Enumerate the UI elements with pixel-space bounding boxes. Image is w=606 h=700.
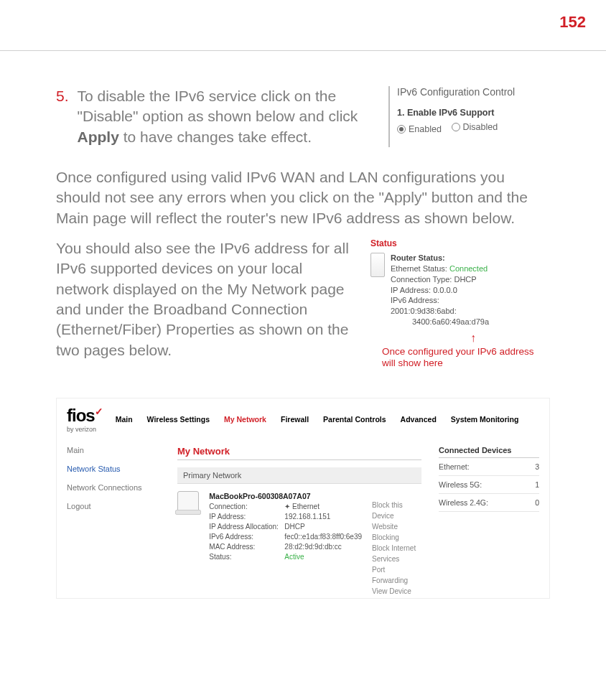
ipv6-config-panel: IPv6 Configuration Control 1. Enable IPv… <box>388 86 550 147</box>
router-icon <box>370 253 385 277</box>
radio-dot-icon <box>397 125 406 134</box>
sidebar-main[interactable]: Main <box>67 446 160 454</box>
step-text-before: To disable the IPv6 service click on the… <box>78 88 358 124</box>
nav-advanced[interactable]: Advanced <box>401 415 437 424</box>
device-links: Block this Device Website Blocking Block… <box>372 491 421 599</box>
step-text-bold: Apply <box>78 129 119 145</box>
ip-label: IP Address: <box>391 286 431 294</box>
link-port-forwarding[interactable]: Port Forwarding <box>372 564 421 586</box>
radio-disabled-label: Disabled <box>463 122 498 132</box>
ipv6-value-line1: 2001:0:9d38:6abd: <box>391 306 489 317</box>
link-view-details[interactable]: View Device Details <box>372 586 421 599</box>
sidebar-network-status[interactable]: Network Status <box>67 465 160 473</box>
ip-k: IP Address: <box>209 512 284 522</box>
laptop-icon <box>177 491 199 513</box>
eth-count-value: 3 <box>535 462 539 471</box>
check-icon: ✓ <box>95 406 103 417</box>
arrow-up-icon: ↑ <box>370 332 550 345</box>
conn-type-value: DHCP <box>454 275 476 284</box>
my-network-heading: My Network <box>177 446 421 460</box>
fios-logo: fios✓ by verizon <box>67 406 103 433</box>
status-v: Active <box>284 552 304 562</box>
router-text: Router Status: Ethernet Status: Connecte… <box>391 253 489 327</box>
status-caption: Once configured your IPv6 address will s… <box>370 346 550 369</box>
sidebar-logout[interactable]: Logout <box>67 502 160 510</box>
mac-v: 28:d2:9d:9d:db:cc <box>284 542 342 552</box>
alloc-v: DHCP <box>284 522 304 532</box>
ipv6-value-line2: 3400:6a60:49aa:d79a <box>391 317 489 327</box>
ipv6-panel-title: IPv6 Configuration Control <box>397 86 550 98</box>
status-k: Status: <box>209 552 284 562</box>
w5-count-label: Wireless 5G: <box>439 480 482 489</box>
paragraph-1: Once configured using valid IPv6 WAN and… <box>56 167 550 228</box>
step-text: To disable the IPv6 service click on the… <box>78 86 360 147</box>
ipv6-k: IPv6 Address: <box>209 532 284 542</box>
conn-type-label: Connection Type: <box>391 275 452 284</box>
nav-firewall[interactable]: Firewall <box>281 415 309 424</box>
paragraph-2: You should also see the IPv6 address for… <box>56 238 349 369</box>
status-panel: Status Router Status: Ethernet Status: C… <box>370 238 550 369</box>
radio-disabled[interactable]: Disabled <box>452 122 498 132</box>
nav-sysmon[interactable]: System Monitoring <box>451 415 519 424</box>
alloc-k: IP Address Allocation: <box>209 522 284 532</box>
connected-devices-panel: Connected Devices Ethernet:3 Wireless 5G… <box>439 446 539 599</box>
sidebar-network-connections[interactable]: Network Connections <box>67 483 160 492</box>
conn-k: Connection: <box>209 502 284 512</box>
radio-dot-icon <box>452 123 460 131</box>
primary-network-label: Primary Network <box>177 467 421 484</box>
fios-main: My Network Primary Network MacBookPro-60… <box>177 446 421 599</box>
radio-enabled[interactable]: Enabled <box>397 124 442 134</box>
nav-main[interactable]: Main <box>116 415 133 424</box>
nav-wireless[interactable]: Wireless Settings <box>147 415 210 424</box>
step-number: 5. <box>56 86 69 147</box>
mac-k: MAC Address: <box>209 542 284 552</box>
step-5: 5. To disable the IPv6 service click on … <box>56 86 360 147</box>
status-heading: Status <box>370 238 550 248</box>
w5-count-value: 1 <box>535 480 539 489</box>
w24-count-label: Wireless 2.4G: <box>439 498 488 507</box>
device-name: MacBookPro-600308A07A07 <box>209 492 310 500</box>
page-number: 152 <box>559 13 586 32</box>
fios-router-ui: fios✓ by verizon Main Wireless Settings … <box>56 398 550 599</box>
eth-status-value: Connected <box>449 264 488 273</box>
eth-status-label: Ethernet Status: <box>391 264 447 273</box>
ip-v: 192.168.1.151 <box>284 512 330 522</box>
ipv6-label: IPv6 Address: <box>391 295 489 306</box>
fios-sidebar: Main Network Status Network Connections … <box>67 446 160 599</box>
link-website-blocking[interactable]: Website Blocking <box>372 521 421 543</box>
header-rule <box>0 50 606 51</box>
page-content: 5. To disable the IPv6 service click on … <box>56 86 550 599</box>
ipv6-question: 1. Enable IPv6 Support <box>397 108 550 118</box>
w24-count-value: 0 <box>535 498 539 507</box>
eth-count-label: Ethernet: <box>439 462 470 471</box>
ip-value: 0.0.0.0 <box>433 286 457 294</box>
ipv6-v: fec0::e1da:f83:8ff0:6e39 <box>284 532 362 542</box>
fios-logo-sub: by verizon <box>67 426 103 433</box>
fios-logo-text: fios <box>67 406 95 425</box>
nav-parental[interactable]: Parental Controls <box>323 415 386 424</box>
step-text-after: to have changes take effect. <box>119 129 312 145</box>
connected-devices-heading: Connected Devices <box>439 446 539 458</box>
link-block-device[interactable]: Block this Device <box>372 500 421 521</box>
conn-v: ✦ Ethernet <box>284 502 320 512</box>
fios-nav: Main Wireless Settings My Network Firewa… <box>116 415 519 424</box>
link-block-internet[interactable]: Block Internet Services <box>372 543 421 564</box>
radio-enabled-label: Enabled <box>409 124 442 134</box>
router-status-label: Router Status: <box>391 253 489 263</box>
device-table: MacBookPro-600308A07A07 Connection:✦ Eth… <box>209 491 362 562</box>
nav-my-network[interactable]: My Network <box>224 415 266 424</box>
